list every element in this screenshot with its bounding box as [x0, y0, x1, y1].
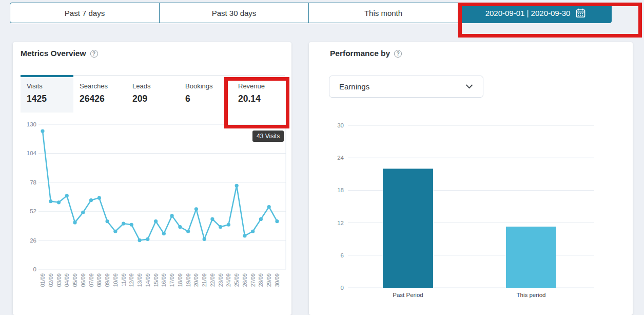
data-point-10/09[interactable] — [113, 230, 117, 233]
data-point-26/09[interactable] — [243, 234, 246, 237]
bar-category-label: Past Period — [393, 292, 423, 298]
data-point-08/09[interactable] — [97, 196, 101, 200]
data-point-12/09[interactable] — [130, 223, 133, 227]
x-tick-label: 30/09 — [274, 273, 280, 287]
data-point-25/09[interactable] — [235, 184, 239, 188]
bar-this-period[interactable] — [506, 227, 556, 288]
data-point-28/09[interactable] — [259, 217, 263, 221]
data-point-17/09[interactable] — [170, 214, 174, 217]
data-point-06/09[interactable] — [81, 211, 85, 214]
tab-past-30-days[interactable]: Past 30 days — [159, 3, 309, 23]
x-tick-label: 10/09 — [112, 273, 119, 287]
x-tick-label: 20/09 — [193, 273, 199, 287]
x-tick-label: 06/09 — [80, 273, 86, 287]
data-point-30/09[interactable] — [275, 219, 279, 223]
x-tick-label: 18/09 — [177, 273, 183, 287]
data-point-14/09[interactable] — [146, 237, 149, 241]
data-point-09/09[interactable] — [105, 219, 109, 223]
x-tick-label: 08/09 — [96, 273, 102, 287]
y-tick-label: 12 — [337, 220, 344, 226]
y-tick-label: 6 — [341, 252, 344, 258]
metric-tab-revenue[interactable]: Revenue 20.14 — [232, 75, 285, 113]
metric-label: Visits — [27, 82, 73, 90]
x-tick-label: 27/09 — [250, 273, 256, 287]
metric-value: 20.14 — [238, 94, 285, 104]
x-tick-label: 22/09 — [209, 273, 216, 287]
data-point-03/09[interactable] — [57, 200, 61, 204]
data-point-02/09[interactable] — [49, 199, 52, 203]
x-tick-label: 07/09 — [88, 273, 94, 287]
data-point-07/09[interactable] — [89, 198, 93, 202]
y-tick-label: 30 — [337, 122, 344, 128]
data-point-22/09[interactable] — [210, 217, 214, 221]
data-point-27/09[interactable] — [251, 230, 255, 233]
metric-tab-visits[interactable]: Visits 1425 — [21, 75, 73, 113]
tab-label: This month — [364, 9, 402, 17]
card-title: Metrics Overview — [21, 49, 86, 58]
tab-custom-date-range[interactable]: 2020-09-01 | 2020-09-30 — [459, 3, 612, 23]
y-tick-label: 0 — [33, 266, 36, 272]
metric-label: Searches — [80, 82, 126, 90]
metric-value: 1425 — [27, 94, 73, 104]
x-tick-label: 01/09 — [40, 273, 46, 287]
metric-value: 209 — [132, 94, 179, 104]
metric-tabs: Visits 1425 Searches 26426 Leads 209 Boo… — [21, 75, 285, 113]
data-point-24/09[interactable] — [227, 223, 230, 227]
metrics-overview-card: Metrics Overview ? Visits 1425 Searches … — [13, 42, 291, 315]
data-point-20/09[interactable] — [194, 207, 198, 211]
data-point-04/09[interactable] — [65, 194, 69, 197]
tab-this-month[interactable]: This month — [308, 3, 458, 23]
metric-label: Leads — [132, 82, 179, 90]
bar-past-period[interactable] — [383, 169, 433, 288]
x-tick-label: 29/09 — [266, 273, 272, 287]
metric-label: Bookings — [185, 82, 232, 90]
x-tick-label: 11/09 — [121, 273, 127, 287]
metric-tab-leads[interactable]: Leads 209 — [126, 75, 179, 113]
y-tick-label: 0 — [341, 285, 344, 291]
y-tick-label: 24 — [337, 155, 344, 161]
help-icon[interactable]: ? — [90, 50, 98, 58]
x-tick-label: 14/09 — [145, 273, 151, 287]
y-tick-label: 104 — [27, 150, 37, 156]
data-point-18/09[interactable] — [178, 225, 182, 229]
data-point-16/09[interactable] — [162, 232, 166, 235]
performance-card: Performance by ? Earnings 0612182430Past… — [309, 42, 633, 315]
data-point-19/09[interactable] — [186, 230, 190, 233]
metric-label: Revenue — [238, 82, 285, 90]
data-point-13/09[interactable] — [138, 238, 141, 242]
metric-value: 6 — [185, 94, 232, 104]
visits-line-chart: 026527810413001/0902/0903/0904/0905/0906… — [13, 119, 291, 304]
help-icon[interactable]: ? — [394, 50, 402, 58]
x-tick-label: 28/09 — [258, 273, 264, 287]
x-tick-label: 05/09 — [72, 273, 78, 287]
metric-tab-bookings[interactable]: Bookings 6 — [179, 75, 232, 113]
metric-value: 26426 — [80, 94, 126, 104]
y-tick-label: 18 — [337, 187, 344, 193]
x-tick-label: 12/09 — [128, 273, 134, 287]
data-point-21/09[interactable] — [203, 237, 206, 241]
x-tick-label: 21/09 — [201, 273, 207, 287]
chart-tooltip: 43 Visits — [252, 131, 284, 142]
performance-metric-dropdown[interactable]: Earnings — [329, 76, 483, 98]
metric-tab-searches[interactable]: Searches 26426 — [73, 75, 126, 113]
x-tick-label: 13/09 — [136, 273, 143, 287]
date-range-tab-bar: Past 7 days Past 30 days This month 2020… — [10, 3, 612, 23]
x-tick-label: 19/09 — [185, 273, 191, 287]
data-point-05/09[interactable] — [73, 220, 76, 224]
data-point-11/09[interactable] — [122, 221, 125, 225]
x-tick-label: 17/09 — [169, 273, 175, 287]
data-point-23/09[interactable] — [219, 225, 222, 229]
bar-category-label: This period — [517, 292, 546, 298]
y-tick-label: 26 — [30, 237, 36, 244]
tab-past-7-days[interactable]: Past 7 days — [10, 3, 160, 23]
data-point-15/09[interactable] — [154, 219, 158, 223]
x-tick-label: 24/09 — [225, 273, 231, 287]
y-tick-label: 130 — [27, 121, 36, 127]
dropdown-selected-value: Earnings — [339, 82, 369, 91]
card-header: Performance by ? — [330, 49, 402, 58]
x-tick-label: 04/09 — [64, 273, 70, 287]
x-tick-label: 16/09 — [161, 273, 167, 287]
data-point-29/09[interactable] — [267, 205, 271, 209]
data-point-01/09[interactable] — [41, 129, 44, 133]
y-tick-label: 78 — [30, 179, 36, 186]
